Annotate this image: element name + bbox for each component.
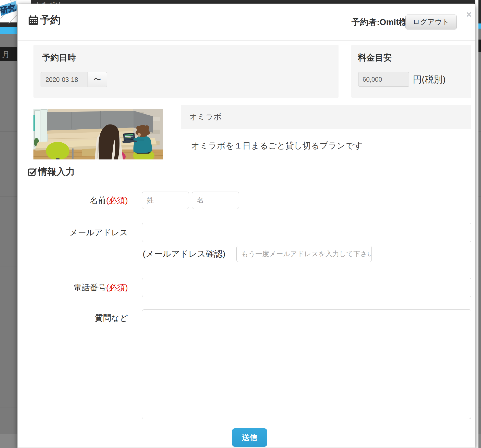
background-calendar-header-band xyxy=(478,40,481,52)
modal-header: 予約 予約者:Omit様 ログアウト × xyxy=(18,4,475,41)
modal-footer-divider xyxy=(18,447,475,447)
background-dark-band xyxy=(478,0,481,23)
calendar-row-line xyxy=(478,196,481,197)
site-logo: 研究 xyxy=(0,0,17,23)
email-input[interactable] xyxy=(142,223,471,242)
calendar-row-line xyxy=(478,337,481,337)
email-confirm-input[interactable] xyxy=(236,246,372,262)
submit-button[interactable]: 送信 xyxy=(232,428,267,447)
modal-title: 予約 xyxy=(28,13,61,27)
date-range-separator-button[interactable]: 〜 xyxy=(88,72,107,87)
background-gray-band xyxy=(0,34,17,47)
phone-label: 電話番号(必須) xyxy=(28,278,128,297)
background-gray-band xyxy=(478,29,481,448)
calendar-row-line xyxy=(0,337,17,337)
reservation-date-input[interactable] xyxy=(41,72,88,87)
first-name-input[interactable] xyxy=(192,192,239,209)
booking-datetime-heading: 予約日時 xyxy=(42,52,76,64)
phone-required-badge: (必須) xyxy=(106,283,128,292)
reserver-label: 予約者:Omit様 xyxy=(352,17,407,28)
calendar-weekday-label: 月 xyxy=(2,49,10,60)
phone-label-text: 電話番号 xyxy=(74,283,106,292)
calendar-row-line xyxy=(478,267,481,267)
background-nav-band xyxy=(0,27,17,34)
plan-description: オミラボを１日まるごと貸し切るプランです xyxy=(191,140,363,152)
form-section-heading: 情報入力 xyxy=(28,166,75,178)
name-label-text: 名前 xyxy=(90,196,106,205)
price-amount-input[interactable] xyxy=(358,72,409,87)
booking-datetime-panel: 予約日時 〜 xyxy=(33,45,339,98)
reservation-modal: 予約 予約者:Omit様 ログアウト × 予約日時 〜 料金目安 円(税別) xyxy=(17,4,475,448)
form-section-heading-text: 情報入力 xyxy=(38,166,75,178)
price-estimate-heading: 料金目安 xyxy=(358,52,392,64)
logout-button[interactable]: ログアウト xyxy=(405,15,457,29)
price-unit-label: 円(税別) xyxy=(413,73,446,85)
email-label: メールアドレス xyxy=(28,223,128,242)
date-range-group: 〜 xyxy=(41,72,107,87)
close-icon[interactable]: × xyxy=(466,10,472,19)
background-left-strip: 研究 月 xyxy=(0,0,17,448)
calendar-row-line xyxy=(478,131,481,132)
price-estimate-panel: 料金目安 円(税別) xyxy=(351,45,471,98)
name-label: 名前(必須) xyxy=(28,192,128,209)
calendar-row-line xyxy=(0,196,17,197)
background-light-band xyxy=(478,434,481,448)
price-row: 円(税別) xyxy=(358,72,446,87)
site-logo-text: 研究 xyxy=(0,3,16,15)
modal-title-text: 予約 xyxy=(40,13,61,27)
background-light-band xyxy=(0,434,17,448)
screen: h1 title 研究 月 xyxy=(0,0,481,448)
plan-name: オミラボ xyxy=(189,105,222,129)
email-confirm-label: (メールアドレス確認) xyxy=(143,246,225,262)
plan-name-header: オミラボ xyxy=(181,105,471,129)
calendar-icon xyxy=(28,15,39,26)
background-calendar-band xyxy=(0,61,17,448)
background-right-page-edge xyxy=(478,0,481,448)
calendar-row-line xyxy=(0,267,17,267)
last-name-input[interactable] xyxy=(142,192,189,209)
calendar-row-line xyxy=(0,131,17,132)
workspace-photo-illustration xyxy=(33,109,163,159)
question-label: 質問など xyxy=(28,313,128,324)
plan-photo xyxy=(33,109,163,159)
question-textarea[interactable] xyxy=(142,309,471,419)
background-nav-band xyxy=(478,23,481,29)
name-required-badge: (必須) xyxy=(106,196,128,205)
phone-input[interactable] xyxy=(142,278,471,297)
background-right-strip xyxy=(475,0,481,448)
calendar-row-line xyxy=(478,407,481,407)
check-square-icon xyxy=(28,168,37,176)
calendar-row-line xyxy=(0,407,17,407)
